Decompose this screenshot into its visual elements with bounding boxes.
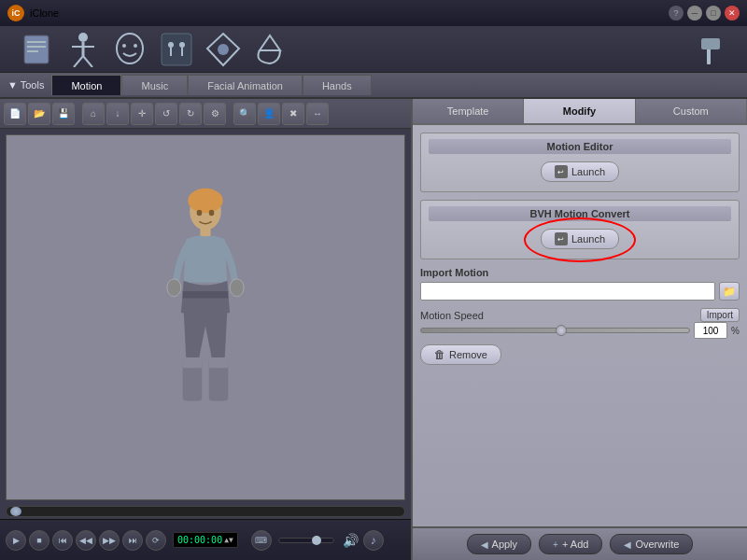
motion-editor-launch-button[interactable]: ↩ Launch: [541, 161, 619, 182]
move-icon[interactable]: ✛: [131, 103, 153, 125]
music-icon[interactable]: ♪: [363, 530, 384, 551]
browse-folder-button[interactable]: 📁: [719, 282, 740, 301]
down-icon[interactable]: ↓: [106, 103, 129, 125]
svg-rect-0: [24, 35, 49, 63]
svg-point-13: [168, 42, 174, 48]
main-content: 📄 📂 💾 ⌂ ↓ ✛ ↺ ↻ ⚙ 🔍 👤 ✖ ↔: [0, 99, 747, 560]
motion-speed-section: Motion Speed Import %: [420, 308, 740, 339]
launch-icon: ↩: [555, 165, 568, 178]
svg-point-9: [117, 34, 143, 63]
add-button[interactable]: + + Add: [539, 534, 602, 554]
skip-start-button[interactable]: ⏮: [52, 530, 73, 551]
volume-thumb[interactable]: [312, 536, 321, 545]
timeline-bar[interactable]: [6, 506, 405, 517]
tab-custom[interactable]: Custom: [636, 99, 747, 123]
titlebar: iC iClone ? ─ □ ✕: [0, 0, 747, 26]
tab-facial-animation[interactable]: Facial Animation: [188, 75, 303, 95]
right-content: Motion Editor ↩ Launch BVH Motion Conver…: [413, 125, 747, 526]
svg-point-4: [78, 33, 88, 42]
loop-button[interactable]: ⟳: [146, 530, 166, 551]
import-small-button[interactable]: Import: [700, 308, 740, 322]
preview-area: [6, 134, 405, 500]
maximize-button[interactable]: □: [706, 6, 721, 21]
skip-end-button[interactable]: ⏭: [122, 530, 143, 551]
svg-line-7: [74, 56, 83, 67]
svg-rect-19: [707, 48, 711, 64]
tab-music[interactable]: Music: [121, 75, 188, 95]
svg-rect-24: [183, 291, 229, 298]
svg-point-11: [134, 44, 137, 48]
import-motion-input[interactable]: [420, 282, 715, 301]
tools-label: ▼ Tools: [7, 79, 44, 91]
tab-motion[interactable]: Motion: [51, 75, 121, 95]
new-icon[interactable]: 📄: [4, 103, 26, 125]
settings-icon[interactable]: ⚙: [204, 103, 226, 125]
extra-controls: ⌨: [251, 530, 272, 551]
app-title: iClone: [30, 7, 59, 19]
cross-icon[interactable]: ✖: [282, 103, 304, 125]
right-panel: Template Modify Custom Motion Editor ↩ L…: [411, 99, 747, 560]
speed-value-input[interactable]: [694, 322, 727, 339]
tab-template[interactable]: Template: [413, 99, 524, 123]
tab-modify[interactable]: Modify: [524, 99, 635, 123]
svg-rect-20: [701, 38, 720, 49]
apply-button[interactable]: ◀ Apply: [467, 534, 532, 554]
tools-bar: ▼ Tools Motion Music Facial Animation Ha…: [0, 73, 747, 99]
help-button[interactable]: ?: [669, 6, 684, 21]
svg-rect-30: [209, 357, 229, 368]
import-motion-label: Import Motion: [420, 267, 740, 278]
home-icon[interactable]: ⌂: [82, 103, 105, 125]
timecode-display: 00:00:00 ▲▼: [173, 532, 238, 548]
open-icon[interactable]: 📂: [28, 103, 50, 125]
speed-slider[interactable]: [420, 328, 690, 333]
arrow-icon[interactable]: ↔: [306, 103, 329, 125]
overwrite-button[interactable]: ◀ Overwrite: [610, 534, 693, 554]
motion-speed-label: Motion Speed: [420, 310, 484, 321]
svg-point-14: [179, 42, 185, 48]
svg-rect-29: [183, 357, 203, 368]
remove-row: 🗑 Remove: [420, 339, 740, 365]
tab-hands[interactable]: Hands: [303, 75, 372, 95]
speed-slider-thumb[interactable]: [556, 325, 567, 336]
speed-slider-row: %: [420, 322, 740, 339]
remove-button[interactable]: 🗑 Remove: [420, 344, 501, 365]
next-frame-button[interactable]: ▶▶: [99, 530, 120, 551]
apply-icon: ◀: [481, 539, 488, 550]
svg-point-31: [197, 210, 203, 217]
person-icon[interactable]: 👤: [258, 103, 280, 125]
toolbar-recycle-icon[interactable]: [252, 32, 288, 67]
svg-rect-2: [27, 46, 46, 48]
timeline-thumb[interactable]: [10, 507, 21, 516]
minimize-button[interactable]: ─: [687, 6, 702, 21]
bvh-launch-button[interactable]: ↩ Launch: [541, 229, 619, 249]
svg-rect-1: [27, 41, 46, 43]
extra-btn-1[interactable]: ⌨: [251, 530, 272, 551]
toolbar-dance-icon[interactable]: [159, 32, 194, 67]
motion-editor-title: Motion Editor: [429, 139, 731, 154]
titlebar-controls: ? ─ □ ✕: [669, 6, 740, 21]
volume-slider[interactable]: [278, 538, 334, 543]
speed-top-row: Motion Speed Import: [420, 308, 740, 322]
app-logo: iC: [7, 5, 24, 21]
overwrite-icon: ◀: [624, 539, 631, 550]
zoom-icon[interactable]: 🔍: [233, 103, 256, 125]
rotate-icon[interactable]: ↺: [155, 103, 177, 125]
toolbar-hammer-icon[interactable]: [693, 32, 728, 67]
rotate2-icon[interactable]: ↻: [179, 103, 202, 125]
play-button[interactable]: ▶: [6, 530, 26, 551]
toolbar-figure-icon[interactable]: [65, 32, 101, 67]
left-panel: 📄 📂 💾 ⌂ ↓ ✛ ↺ ↻ ⚙ 🔍 👤 ✖ ↔: [0, 99, 411, 560]
toolbar-body3d-icon[interactable]: [205, 32, 241, 67]
stop-button[interactable]: ■: [29, 530, 49, 551]
top-toolbar: [0, 26, 747, 73]
close-button[interactable]: ✕: [725, 6, 740, 21]
toolbar-face-icon[interactable]: [112, 32, 148, 67]
bvh-title: BVH Motion Convert: [429, 206, 731, 221]
right-tabs: Template Modify Custom: [413, 99, 747, 125]
motion-editor-section: Motion Editor ↩ Launch: [420, 133, 740, 192]
toolbar-document-icon[interactable]: [19, 32, 54, 67]
remove-icon: 🗑: [434, 348, 445, 361]
import-motion-row: 📁: [420, 282, 740, 301]
save-icon[interactable]: 💾: [52, 103, 75, 125]
prev-frame-button[interactable]: ◀◀: [76, 530, 96, 551]
